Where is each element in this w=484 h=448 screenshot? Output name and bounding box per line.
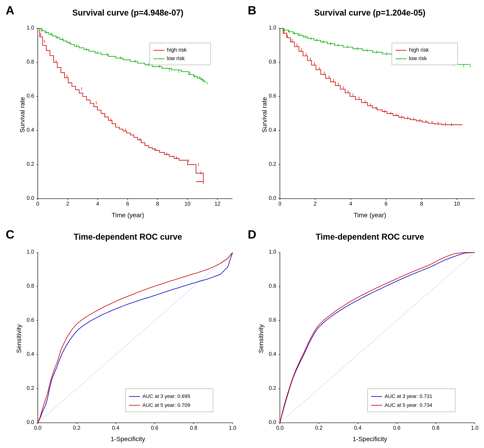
svg-text:6: 6 <box>385 201 387 207</box>
svg-text:0.2: 0.2 <box>269 385 276 391</box>
svg-rect-153 <box>392 43 458 65</box>
svg-text:AUC at 3 year: 0.695: AUC at 3 year: 0.695 <box>143 393 190 399</box>
panel-c-chart: Sensitivity 1-Specificity 0.0 0.2 0.4 0.… <box>18 244 238 434</box>
svg-text:1.0: 1.0 <box>269 25 276 31</box>
svg-text:4: 4 <box>96 201 99 207</box>
svg-text:0.4: 0.4 <box>354 425 361 431</box>
svg-text:0.6: 0.6 <box>269 317 276 323</box>
panel-d-svg: 0.0 0.2 0.4 0.6 0.8 1.0 0.0 0.2 0.4 0.6 … <box>260 244 480 434</box>
svg-text:0.8: 0.8 <box>432 425 439 431</box>
svg-text:AUC at 3 year: 0.731: AUC at 3 year: 0.731 <box>385 393 432 399</box>
svg-text:1.0: 1.0 <box>27 249 34 255</box>
svg-text:AUC at 5 year: 0.734: AUC at 5 year: 0.734 <box>385 402 432 408</box>
panel-a-chart: Survival rate Time (year) 0.0 0.2 0.4 0.… <box>18 20 238 210</box>
svg-text:0.0: 0.0 <box>269 419 276 425</box>
svg-rect-217 <box>368 389 455 412</box>
panel-d-x-label: 1-Specificity <box>353 435 387 443</box>
svg-text:8: 8 <box>156 201 159 207</box>
panel-c-y-label: Sensitivity <box>15 324 23 353</box>
svg-text:0.0: 0.0 <box>269 195 276 201</box>
svg-text:0.4: 0.4 <box>269 351 276 357</box>
svg-text:6: 6 <box>126 201 129 207</box>
panel-d: D Time-dependent ROC curve Sensitivity 1… <box>242 224 484 448</box>
panel-a-y-label: Survival rate <box>19 97 26 133</box>
svg-text:0.6: 0.6 <box>27 317 34 323</box>
svg-text:10: 10 <box>454 201 460 207</box>
svg-text:0: 0 <box>278 201 281 207</box>
svg-text:0.4: 0.4 <box>27 127 34 133</box>
panel-b: B Survival curve (p=1.204e-05) Survival … <box>242 0 484 224</box>
panel-b-chart: Survival rate Time (year) 0.0 0.2 0.4 0.… <box>260 20 480 210</box>
panel-b-title: Survival curve (p=1.204e-05) <box>260 7 480 18</box>
panel-c-x-label: 1-Specificity <box>111 435 145 443</box>
panel-a-x-label: Time (year) <box>112 212 144 219</box>
svg-text:low risk: low risk <box>167 55 185 61</box>
svg-text:0.4: 0.4 <box>112 425 119 431</box>
svg-text:4: 4 <box>349 201 352 207</box>
panel-c-svg: 0.0 0.2 0.4 0.6 0.8 1.0 0.0 0.2 0.4 0.6 … <box>18 244 238 434</box>
svg-text:0.4: 0.4 <box>27 351 34 357</box>
svg-text:2: 2 <box>66 201 69 207</box>
svg-text:0.2: 0.2 <box>73 425 81 431</box>
svg-text:0.8: 0.8 <box>269 59 276 65</box>
panel-c: C Time-dependent ROC curve Sensitivity 1… <box>0 224 242 448</box>
svg-text:0.8: 0.8 <box>27 59 34 65</box>
svg-text:0.0: 0.0 <box>27 419 34 425</box>
svg-text:0.0: 0.0 <box>27 195 34 201</box>
panel-d-label: D <box>248 228 256 241</box>
svg-text:1.0: 1.0 <box>27 25 34 31</box>
svg-text:0.0: 0.0 <box>276 425 284 431</box>
svg-text:2: 2 <box>313 201 317 207</box>
svg-text:1.0: 1.0 <box>269 249 276 255</box>
panel-d-title: Time-dependent ROC curve <box>260 231 480 242</box>
panel-a-svg: 0.0 0.2 0.4 0.6 0.8 1.0 0 2 4 6 8 10 <box>18 20 238 210</box>
svg-text:1.0: 1.0 <box>229 425 236 431</box>
panel-b-svg: 0.0 0.2 0.4 0.6 0.8 1.0 0 2 4 6 8 10 <box>260 20 480 210</box>
panel-d-chart: Sensitivity 1-Specificity 0.0 0.2 0.4 0.… <box>260 244 480 434</box>
svg-text:12: 12 <box>214 201 220 207</box>
svg-text:0.2: 0.2 <box>27 385 34 391</box>
svg-text:10: 10 <box>184 201 190 207</box>
svg-text:low risk: low risk <box>409 55 427 61</box>
svg-text:0.2: 0.2 <box>269 161 276 167</box>
svg-text:8: 8 <box>420 201 423 207</box>
panel-b-label: B <box>248 3 256 17</box>
svg-text:0.6: 0.6 <box>27 93 34 99</box>
svg-text:0.2: 0.2 <box>315 425 323 431</box>
panel-c-title: Time-dependent ROC curve <box>18 231 238 242</box>
panel-a-title: Survival curve (p=4.948e-07) <box>18 7 238 18</box>
panel-b-x-label: Time (year) <box>353 212 386 219</box>
svg-text:high risk: high risk <box>409 47 429 53</box>
svg-text:0.4: 0.4 <box>269 127 276 133</box>
svg-text:0.0: 0.0 <box>34 425 42 431</box>
svg-text:0.6: 0.6 <box>269 93 276 99</box>
svg-text:AUC at 5 year: 0.709: AUC at 5 year: 0.709 <box>143 402 190 408</box>
svg-text:0.8: 0.8 <box>27 283 34 289</box>
svg-text:0.6: 0.6 <box>393 425 401 431</box>
panel-a-label: A <box>6 3 14 17</box>
svg-text:0: 0 <box>36 201 39 207</box>
panel-b-y-label: Survival rate <box>261 97 268 133</box>
panel-d-y-label: Sensitivity <box>257 324 265 353</box>
svg-text:high risk: high risk <box>167 47 187 53</box>
svg-text:1.0: 1.0 <box>471 425 478 431</box>
svg-text:0.6: 0.6 <box>151 425 159 431</box>
svg-text:0.8: 0.8 <box>190 425 197 431</box>
panel-c-label: C <box>6 228 14 241</box>
panel-a: A Survival curve (p=4.948e-07) Survival … <box>0 0 242 224</box>
svg-text:0.8: 0.8 <box>269 283 276 289</box>
svg-rect-66 <box>150 43 211 65</box>
svg-text:0.2: 0.2 <box>27 161 34 167</box>
svg-rect-185 <box>125 389 213 412</box>
